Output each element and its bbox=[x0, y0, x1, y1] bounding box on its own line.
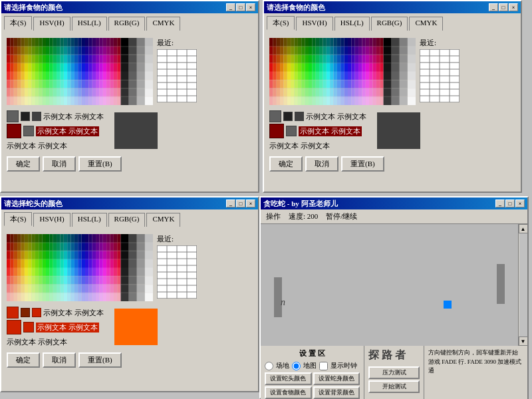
scrollbar-up[interactable]: ▲ bbox=[519, 224, 528, 233]
preview-section-bl: 示例文本 示例文本 示例文本 示例文本 示例文本 示例文本 bbox=[7, 307, 253, 347]
sq-darker-tr bbox=[283, 112, 293, 121]
btn-start-test[interactable]: 开始测试 bbox=[368, 380, 420, 393]
game-scrollbar[interactable]: ▲ ▼ bbox=[518, 224, 527, 346]
settings-panel: 设 置 区 场地 地图 显示时钟 设置蛇头颜色 设置蛇身颜色 设置食物颜色 设置… bbox=[261, 346, 364, 399]
color-palette-canvas[interactable] bbox=[7, 38, 153, 105]
game-maximize-btn[interactable]: □ bbox=[505, 200, 515, 207]
game-menubar: 操作 速度: 200 暂停/继续 bbox=[261, 209, 527, 224]
preview-row-2: 示例文本 示例文本 bbox=[7, 124, 104, 138]
minimize-btn[interactable]: _ bbox=[226, 3, 235, 11]
tab-cmyk[interactable]: CMYK bbox=[146, 17, 180, 31]
cancel-button-bl[interactable]: 取消 bbox=[43, 352, 76, 368]
titlebar-title-bl: 请选择蛇头的颜色 bbox=[4, 199, 63, 209]
menu-speed[interactable]: 速度: 200 bbox=[286, 211, 321, 222]
reset-button-bl[interactable]: 重置(B) bbox=[78, 352, 122, 368]
radio-map-label: 地图 bbox=[303, 361, 317, 370]
btn-bg-color[interactable]: 设置背景颜色 bbox=[313, 386, 360, 399]
game-minimize-btn[interactable]: _ bbox=[495, 200, 505, 207]
close-btn-bl[interactable]: × bbox=[246, 200, 255, 207]
content-bl: 最近: 示例文本 示例文本 示例文本 示例文本 示例文本 示例文本 bbox=[1, 226, 258, 373]
settings-title: 设 置 区 bbox=[265, 348, 360, 358]
cancel-button-tr[interactable]: 取消 bbox=[305, 156, 338, 172]
game-canvas-area[interactable]: n bbox=[261, 224, 518, 346]
radio-field[interactable] bbox=[265, 362, 273, 370]
explorer-title: 探 路 者 bbox=[368, 348, 420, 362]
content-topleft: 最近: 示例文本 示例文本 示例文本 示例文本 示例文本 示例文本 bbox=[1, 30, 258, 177]
recent-label-tr: 最近: bbox=[420, 38, 460, 48]
preview-color-box bbox=[114, 112, 158, 149]
sq-dark bbox=[32, 112, 41, 121]
snake-game-window: 贪吃蛇 - by 阿圣老师儿 _ □ × 操作 速度: 200 暂停/继续 n … bbox=[259, 196, 529, 399]
btn-snake-body-color[interactable]: 设置蛇身颜色 bbox=[313, 372, 360, 385]
recent-section-bl: 最近: bbox=[157, 234, 197, 301]
tabs-bar-topleft: 本(S) HSV(H) HSL(L) RGB(G) CMYK bbox=[1, 13, 258, 30]
maximize-btn-bl[interactable]: □ bbox=[236, 200, 245, 207]
game-titlebar: 贪吃蛇 - by 阿圣老师儿 _ □ × bbox=[261, 198, 527, 209]
buttons-row-bl: 确定 取消 重置(B) bbox=[7, 352, 253, 368]
preview-row-1: 示例文本 示例文本 bbox=[7, 110, 104, 122]
tab-cmyk-tr[interactable]: CMYK bbox=[409, 17, 443, 31]
close-btn[interactable]: × bbox=[246, 3, 255, 11]
tab-ben-s[interactable]: 本(S) bbox=[4, 16, 32, 30]
scrollbar-track[interactable] bbox=[519, 233, 527, 336]
tab-hsv-bl[interactable]: HSV(H) bbox=[33, 213, 70, 227]
tab-cmyk-bl[interactable]: CMYK bbox=[146, 213, 180, 227]
tab-ben-s-bl[interactable]: 本(S) bbox=[4, 212, 32, 226]
color-palette-canvas-tr[interactable] bbox=[269, 38, 416, 105]
recent-section: 最近: bbox=[157, 38, 197, 105]
recent-colors-canvas-bl[interactable] bbox=[157, 245, 197, 299]
btn-pressure-test[interactable]: 压力测试 bbox=[368, 366, 420, 379]
content-topright: 最近: 示例文本 示例文本 示例文本 示例文本 示例文本 示例文本 bbox=[264, 30, 521, 177]
preview-color-box-bl bbox=[114, 309, 158, 345]
tab-hsv[interactable]: HSV(H) bbox=[33, 17, 70, 31]
btn-food-color[interactable]: 设置食物颜色 bbox=[265, 386, 312, 399]
tab-rgb-bl[interactable]: RGB(G) bbox=[108, 213, 146, 227]
sq-dark-lg-tr bbox=[269, 110, 281, 122]
recent-colors-canvas[interactable] bbox=[157, 49, 197, 102]
tab-rgb-tr[interactable]: RGB(G) bbox=[371, 17, 408, 31]
sq-red-sm-bl bbox=[32, 308, 41, 317]
ok-button-tr[interactable]: 确定 bbox=[269, 156, 303, 172]
tab-hsv-tr[interactable]: HSV(H) bbox=[296, 17, 332, 31]
game-close-btn[interactable]: × bbox=[515, 200, 525, 207]
sq-red-lg-bl bbox=[7, 307, 19, 319]
game-ball bbox=[444, 301, 452, 309]
btn-snake-head-color[interactable]: 设置蛇头颜色 bbox=[265, 372, 312, 385]
tab-rgb[interactable]: RGB(G) bbox=[108, 17, 146, 31]
tab-hsl-bl[interactable]: HSL(L) bbox=[72, 213, 107, 227]
preview-row-3-tr: 示例文本 示例文本 bbox=[269, 141, 366, 151]
recent-colors-canvas-tr[interactable] bbox=[420, 49, 460, 102]
minimize-btn-bl[interactable]: _ bbox=[226, 200, 235, 207]
titlebar-bottomleft: 请选择蛇头的颜色 _ □ × bbox=[1, 198, 258, 209]
ok-button-bl[interactable]: 确定 bbox=[7, 352, 40, 368]
tab-hsl-tr[interactable]: HSL(L) bbox=[334, 17, 370, 31]
checkbox-clock[interactable] bbox=[319, 362, 328, 370]
scrollbar-down[interactable]: ▼ bbox=[519, 336, 528, 346]
color-palette-canvas-bl[interactable] bbox=[7, 234, 153, 301]
game-main-area: n ▲ ▼ bbox=[261, 224, 527, 346]
ok-button[interactable]: 确定 bbox=[7, 156, 40, 172]
preview-row-2-tr: 示例文本 示例文本 bbox=[269, 124, 366, 138]
close-btn-tr[interactable]: × bbox=[509, 3, 518, 11]
sq-dark-lg bbox=[7, 110, 19, 122]
settings-buttons-grid: 设置蛇头颜色 设置蛇身颜色 设置食物颜色 设置背景颜色 在黄蛇分组中 设置游戏难… bbox=[265, 372, 360, 399]
preview-squares-area-tr: 示例文本 示例文本 示例文本 示例文本 示例文本 示例文本 bbox=[269, 110, 366, 151]
recent-label-bl: 最近: bbox=[157, 234, 197, 244]
menu-operation[interactable]: 操作 bbox=[263, 211, 283, 222]
reset-button[interactable]: 重置(B) bbox=[78, 156, 122, 172]
menu-pause[interactable]: 暂停/继续 bbox=[323, 211, 360, 222]
sq-red-lg bbox=[7, 124, 21, 138]
maximize-btn[interactable]: □ bbox=[236, 3, 245, 11]
titlebar-buttons: _ □ × bbox=[226, 3, 255, 11]
radio-map[interactable] bbox=[292, 362, 301, 370]
tab-hsl[interactable]: HSL(L) bbox=[72, 17, 107, 31]
preview-row-3: 示例文本 示例文本 bbox=[7, 141, 104, 151]
tab-ben-s-tr[interactable]: 本(S) bbox=[267, 16, 295, 30]
titlebar-buttons-bl: _ □ × bbox=[226, 200, 255, 207]
sq-gray bbox=[23, 126, 34, 136]
reset-button-tr[interactable]: 重置(B) bbox=[341, 156, 384, 172]
maximize-btn-tr[interactable]: □ bbox=[499, 3, 508, 11]
sq-gray-tr bbox=[286, 126, 297, 136]
minimize-btn-tr[interactable]: _ bbox=[489, 3, 498, 11]
cancel-button[interactable]: 取消 bbox=[43, 156, 76, 172]
